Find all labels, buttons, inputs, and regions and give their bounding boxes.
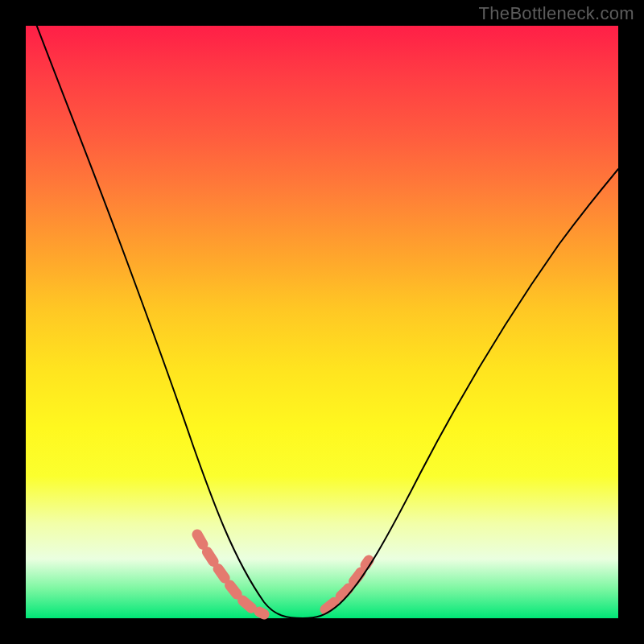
chart-svg-layer (26, 26, 618, 618)
watermark-text: TheBottleneck.com (479, 3, 634, 24)
highlight-right-arm (325, 560, 369, 609)
highlight-left-arm (197, 535, 264, 614)
bottleneck-curve (26, 0, 618, 618)
